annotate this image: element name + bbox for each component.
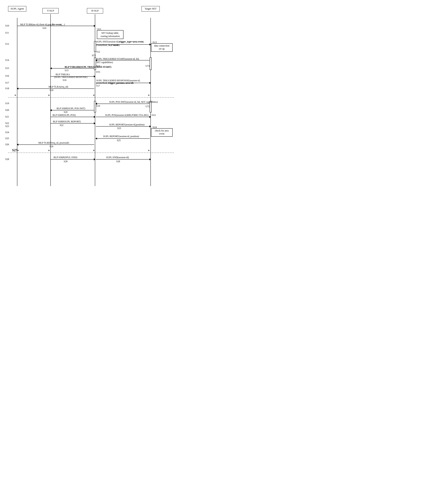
state-s25: S25	[5, 137, 9, 140]
svg-marker-58	[50, 109, 52, 111]
state-s10: S10	[5, 24, 9, 27]
state-s17: S17	[5, 81, 9, 84]
svg-text:S23: S23	[117, 127, 121, 130]
svg-text:SUPL POS INIT(session-id, lid,: SUPL POS INIT(session-id, lid, SET capab…	[109, 100, 158, 103]
svg-rect-21	[150, 58, 151, 70]
svg-marker-69	[94, 122, 96, 124]
svg-text:SUPL REPORT(session-id,positio: SUPL REPORT(session-id,position)	[109, 123, 144, 126]
state-s11: S11	[5, 31, 9, 34]
svg-text:(SUPL TRIGGERED RESPONE): (SUPL TRIGGERED RESPONE)	[54, 76, 87, 79]
svg-text:RLP TSRLRA: RLP TSRLRA	[56, 73, 70, 76]
svg-text:RLP TSRLRR(SUPL TRIGGERED STAR: RLP TSRLRR(SUPL TRIGGERED START)	[65, 65, 112, 68]
svg-text:posmethod, trigger_params, are: posmethod, trigger_params, area ids	[96, 81, 134, 84]
state-s26: S26	[5, 143, 9, 146]
svg-text:S15: S15	[65, 69, 68, 72]
state-s12: S12	[5, 43, 9, 46]
svg-text:S22: S22	[60, 124, 64, 127]
svg-text:RLP SSRP(SUPL REPORT): RLP SSRP(SUPL REPORT)	[53, 120, 81, 123]
svg-text:S18: S18	[49, 89, 53, 92]
diagram-svg: S10 SET lookup table, routing informatio…	[4, 4, 178, 200]
state-s14: S14	[5, 59, 9, 62]
svg-text:S20: S20	[64, 111, 67, 114]
state-s15: S15	[5, 67, 9, 70]
svg-text:»: »	[93, 148, 95, 152]
svg-text:S26: S26	[49, 145, 53, 148]
svg-text:»: »	[48, 93, 50, 97]
state-s20: S20	[5, 109, 9, 112]
svg-text:SUPL END(session-id): SUPL END(session-id)	[106, 156, 129, 159]
svg-text:MLP TLREP(req_id, posresult): MLP TLREP(req_id, posresult)	[38, 141, 69, 144]
svg-text:RLP SSRP(SUPL POS INIT): RLP SSRP(SUPL POS INIT)	[57, 107, 85, 110]
svg-text:RLP SSRP(SUPL POS): RLP SSRP(SUPL POS)	[53, 114, 76, 116]
svg-text:RLP SSRP(SPUL END): RLP SSRP(SPUL END)	[54, 156, 77, 159]
svg-text:UT1: UT1	[145, 65, 150, 67]
svg-text:~S11: ~S11	[96, 28, 101, 31]
svg-text:UT2: UT2	[145, 105, 150, 108]
svg-text:S16: S16	[63, 79, 66, 81]
svg-marker-97	[149, 158, 151, 160]
state-s28: S28	[5, 158, 9, 161]
svg-text:~S24: ~S24	[152, 126, 157, 129]
svg-text:ST2: ST2	[92, 54, 96, 57]
svg-text:S17: S17	[96, 84, 100, 87]
svg-rect-11	[94, 41, 96, 51]
sequence-diagram: SUPL Agent V-SLP H-SLP Target SET S10 SE…	[4, 4, 178, 200]
svg-rect-50	[94, 101, 96, 112]
state-s19: S19	[5, 102, 9, 105]
svg-marker-5	[94, 25, 96, 27]
state-s16: S16	[5, 74, 9, 78]
svg-text:S10: S10	[42, 27, 46, 30]
svg-marker-73	[149, 125, 151, 128]
svg-text:»: »	[148, 93, 150, 97]
svg-text:»: »	[15, 93, 16, 97]
svg-marker-13	[149, 44, 151, 46]
supl-init-label: SUPL INIT(session-id,trigger_type=area e…	[96, 40, 144, 47]
state-s24: S24	[5, 131, 9, 134]
svg-text:~S21: ~S21	[151, 114, 156, 116]
svg-text:check for area: check for area	[155, 129, 169, 132]
svg-marker-32	[94, 75, 96, 78]
svg-text:event: event	[159, 132, 165, 135]
svg-text:S27»: S27»	[12, 148, 19, 152]
svg-text:~S13: ~S13	[152, 41, 157, 44]
svg-marker-94	[94, 158, 96, 160]
svg-text:»: »	[48, 148, 50, 152]
svg-text:S28: S28	[64, 160, 67, 163]
svg-text:routing information: routing information	[101, 35, 120, 38]
state-s22: S22	[5, 122, 9, 125]
svg-text:MLP TLRA(req_id): MLP TLRA(req_id)	[48, 85, 68, 88]
svg-marker-27	[50, 67, 52, 69]
svg-text:S12: S12	[96, 50, 100, 53]
svg-marker-42	[17, 88, 18, 90]
state-s18: S18	[5, 87, 9, 90]
supl-trig-start-label: SUPL TRIGGERED START(session-id, lid,SET…	[96, 57, 139, 64]
state-s21: S21	[5, 115, 9, 118]
svg-marker-37	[149, 82, 151, 84]
svg-text:»: »	[148, 148, 150, 152]
svg-text:SUPL POS(session id,RRLP/RRC/T: SUPL POS(session id,RRLP/RRC/TIA-801)	[105, 114, 149, 116]
svg-text:S28: S28	[116, 160, 120, 163]
svg-text:S25: S25	[117, 139, 121, 142]
state-s23: S23	[5, 125, 9, 128]
svg-marker-81	[96, 138, 97, 140]
svg-text:ST3: ST3	[96, 71, 100, 73]
svg-text:S19: S19	[96, 105, 100, 107]
svg-marker-62	[94, 116, 96, 118]
svg-text:data connection: data connection	[154, 44, 169, 47]
svg-text:»: »	[93, 93, 95, 97]
svg-text:set up: set up	[159, 47, 165, 50]
svg-text:SUPL REPORT(session-id, positi: SUPL REPORT(session-id, position)	[103, 135, 139, 138]
svg-text:SET lookup table,: SET lookup table,	[101, 32, 119, 34]
svg-marker-85	[17, 144, 18, 146]
mlp-tlrr-label: MLP TLRR(ms-id,client-id,qop,tlrr-event,…	[20, 23, 65, 26]
